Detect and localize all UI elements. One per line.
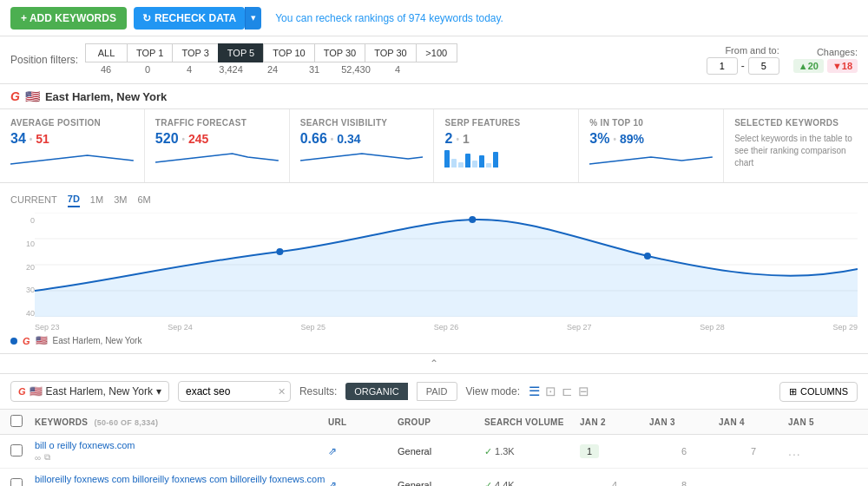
changes-filter: Changes: ▲20 ▼18 <box>793 47 858 73</box>
x-sep28: Sep 28 <box>700 323 725 332</box>
count-top10: 24 <box>252 62 293 76</box>
folder-view-icon[interactable]: ⊡ <box>545 384 556 399</box>
filter-all[interactable]: ALL <box>85 43 127 62</box>
filter-top30b[interactable]: TOP 30 <box>365 43 416 62</box>
row1-keyword-text: bill o reilly foxnews.com <box>35 440 328 450</box>
tab-1m[interactable]: 1M <box>90 193 103 207</box>
traffic-main: 520 <box>155 131 179 147</box>
tab-3m[interactable]: 3M <box>114 193 127 207</box>
row1-select[interactable] <box>10 444 23 456</box>
tab-current[interactable]: CURRENT <box>10 193 57 207</box>
row1-icons: ∞ ⧉ <box>35 452 328 463</box>
metric-top10-value: 3% • 89% <box>589 131 713 147</box>
from-input[interactable] <box>707 57 738 75</box>
row1-url-icon[interactable]: ⇗ <box>328 445 337 457</box>
paid-tab[interactable]: PAID <box>417 382 457 401</box>
search-bar: G 🇺🇸 East Harlem, New York ▾ ✕ Results: … <box>0 374 868 410</box>
filter-top1[interactable]: TOP 1 <box>127 43 172 62</box>
row1-keyword-cell: bill o reilly foxnews.com ∞ ⧉ <box>35 440 328 463</box>
columns-label: COLUMNS <box>800 386 848 397</box>
visibility-dot: • <box>331 135 334 144</box>
chart-tabs: CURRENT 7D 1M 3M 6M <box>10 192 858 207</box>
results-label: Results: <box>299 385 337 397</box>
row2-url-icon[interactable]: ⇗ <box>328 479 337 486</box>
location-select[interactable]: G 🇺🇸 East Harlem, New York ▾ <box>10 381 169 402</box>
organic-tab[interactable]: ORGANIC <box>345 383 407 400</box>
filter-gt100[interactable]: >100 <box>416 43 457 62</box>
row1-url: ⇗ <box>328 445 398 457</box>
row1-link1-icon: ∞ <box>35 453 41 463</box>
filter-top30a[interactable]: TOP 30 <box>314 43 365 62</box>
metric-traffic-forecast: TRAFFIC FORECAST 520 • 245 <box>145 109 290 182</box>
header-keywords: KEYWORDS (50-60 of 8,334) <box>35 417 328 427</box>
header-jan3: JAN 3 <box>649 417 719 427</box>
columns-button[interactable]: ⊞ COLUMNS <box>779 382 858 402</box>
metric-avg-position: AVERAGE POSITION 34 • 51 <box>0 109 145 182</box>
y-axis: 0 10 20 30 40 <box>10 213 35 332</box>
row2-select[interactable] <box>10 478 23 486</box>
bar-6 <box>479 155 484 167</box>
bar-8 <box>493 152 498 167</box>
from-to-label: From and to: <box>725 45 779 56</box>
row1-jan3: 6 <box>649 446 719 456</box>
to-input[interactable] <box>748 57 779 75</box>
grid-view-icon[interactable]: ⊟ <box>578 384 589 399</box>
row2-checkbox <box>10 478 35 486</box>
count-all: 46 <box>85 62 127 76</box>
filter-top10[interactable]: TOP 10 <box>263 43 314 62</box>
row2-url: ⇗ <box>328 479 398 486</box>
header-checkbox-col <box>10 415 35 429</box>
table-header: KEYWORDS (50-60 of 8,334) URL GROUP SEAR… <box>0 410 868 435</box>
list-view-icon[interactable]: ☰ <box>529 384 540 399</box>
metric-visibility-title: SEARCH VISIBILITY <box>300 118 424 128</box>
y-label-0: 0 <box>10 216 35 225</box>
recheck-dropdown-button[interactable]: ▾ <box>245 7 261 30</box>
metric-traffic-value: 520 • 245 <box>155 131 279 147</box>
changes-label: Changes: <box>817 47 858 57</box>
keyword-search-input[interactable] <box>178 381 291 402</box>
header-search-volume: SEARCH VOLUME <box>484 417 580 427</box>
add-keywords-group: + ADD KEYWORDS <box>10 7 127 30</box>
add-keywords-button[interactable]: + ADD KEYWORDS <box>10 7 127 30</box>
filter-top3[interactable]: TOP 3 <box>172 43 217 62</box>
filter-top5[interactable]: TOP 5 <box>218 43 263 62</box>
group-view-icon[interactable]: ⊏ <box>562 384 573 399</box>
row1-checkbox <box>10 444 35 458</box>
metric-top10: % IN TOP 10 3% • 89% <box>579 109 724 182</box>
legend-location: East Harlem, New York <box>53 336 142 345</box>
svg-point-6 <box>469 216 476 223</box>
select-location: East Harlem, New York <box>46 385 153 397</box>
chart-area: 0 10 20 30 40 <box>10 213 858 332</box>
bar-4 <box>465 154 470 167</box>
collapse-arrow[interactable]: ⌃ <box>0 354 868 374</box>
y-label-10: 10 <box>10 240 35 248</box>
header-jan5: JAN 5 <box>788 417 858 427</box>
view-mode-icons: ☰ ⊡ ⊏ ⊟ <box>529 384 589 399</box>
table-row: bill o reilly foxnews.com ∞ ⧉ ⇗ General … <box>0 435 868 469</box>
metric-serp-title: SERP FEATURES <box>444 118 568 128</box>
metric-avg-title: AVERAGE POSITION <box>10 118 134 128</box>
recheck-data-button[interactable]: ↻ RECHECK DATA <box>134 7 245 30</box>
metrics-row: AVERAGE POSITION 34 • 51 TRAFFIC FORECAS… <box>0 109 868 183</box>
bar-5 <box>472 161 477 167</box>
bar-3 <box>458 162 464 167</box>
metric-visibility-value: 0.66 • 0.34 <box>300 131 424 147</box>
chart-inner: Sep 23 Sep 24 Sep 25 Sep 26 Sep 27 Sep 2… <box>35 213 858 332</box>
row1-jan2-rank: 1 <box>580 444 599 458</box>
svg-point-7 <box>644 253 651 259</box>
from-to-filter: From and to: - <box>707 45 779 75</box>
avg-sparkline <box>10 147 134 171</box>
select-all-checkbox[interactable] <box>10 415 23 427</box>
tab-7d[interactable]: 7D <box>68 192 80 207</box>
row1-volume-val: 1.3K <box>495 446 515 456</box>
changes-badges: ▲20 ▼18 <box>793 59 858 73</box>
visibility-sparkline <box>300 147 424 171</box>
position-filters-label: Position filters: <box>10 54 78 66</box>
avg-main: 34 <box>10 131 26 147</box>
clear-icon[interactable]: ✕ <box>278 386 286 397</box>
tab-6m[interactable]: 6M <box>137 193 150 207</box>
filter-buttons-row: ALL TOP 1 TOP 3 TOP 5 TOP 10 TOP 30 TOP … <box>85 43 457 62</box>
count-top30a: 31 <box>293 62 335 76</box>
top10-sparkline <box>589 147 713 171</box>
filters-bar: Position filters: ALL TOP 1 TOP 3 TOP 5 … <box>0 36 868 84</box>
